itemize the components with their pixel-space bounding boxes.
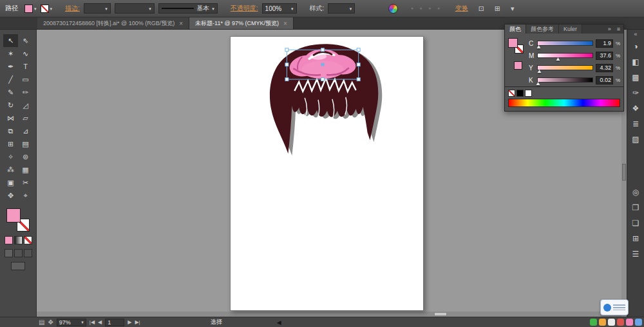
stroke-panel-icon[interactable]: ≣ [627,116,644,132]
blend-tool[interactable]: ⊚ [18,150,33,163]
color-spectrum-bar[interactable] [508,99,620,107]
width-profile-select[interactable]: ▾ [115,3,155,14]
stroke-panel-link[interactable]: 描边: [65,4,80,13]
free-transform-tool[interactable]: ▱ [18,112,33,124]
gradient-tool[interactable]: ▤ [18,137,33,150]
opacity-panel-link[interactable]: 不透明度: [231,4,258,13]
scale-tool[interactable]: ◿ [18,99,33,112]
tray-icon[interactable] [590,319,597,326]
appearance-panel-icon[interactable]: ◎ [627,184,644,200]
fill-swatch[interactable] [6,208,21,223]
selection-handle[interactable] [357,77,360,81]
current-color-chip[interactable] [514,61,522,70]
selection-handle[interactable] [357,63,360,66]
zoom-tool[interactable]: ⌖ [18,189,33,202]
layers-panel-icon[interactable]: ❏ [627,215,644,231]
direct-selection-tool[interactable]: ⇖ [18,34,33,47]
rectangle-tool[interactable]: ▭ [18,73,33,86]
tab-close-button[interactable]: × [283,20,287,27]
line-segment-tool[interactable]: ╱ [3,73,18,86]
recolor-artwork-button[interactable] [388,4,398,14]
slider-thumb[interactable] [536,45,540,48]
channel-slider-track[interactable] [537,77,593,83]
symbols-panel-icon[interactable]: ❖ [627,101,644,116]
ime-toolbar[interactable] [600,299,629,315]
channel-value-input[interactable] [596,52,613,60]
status-pages-icon[interactable]: ▤ [39,319,44,326]
style-select[interactable]: ▾ [328,3,355,14]
pen-tool[interactable]: ✒ [3,60,18,73]
slider-thumb[interactable] [538,70,542,73]
channel-value-input[interactable] [596,64,613,72]
tab-close-button[interactable]: × [179,20,183,27]
zoom-select[interactable]: 97% ▾ [57,319,86,326]
tray-icon[interactable] [608,319,615,326]
width-tool[interactable]: ⋈ [3,112,18,124]
brushes-panel-icon[interactable]: ✑ [627,85,644,101]
perspective-grid-tool[interactable]: ⊿ [18,124,33,137]
shape-builder-tool[interactable]: ⧉ [3,124,18,137]
slice-tool[interactable]: ✂ [18,176,33,189]
selection-handle[interactable] [285,77,289,81]
channel-slider-track[interactable] [537,53,593,58]
fill-color-control[interactable]: ▾ [24,5,37,13]
color-panel-tab[interactable]: 颜色参考 [526,25,559,34]
selection-handle[interactable] [357,48,360,52]
selection-handle[interactable] [321,77,325,81]
artboard-number-input[interactable] [105,319,124,326]
selection-tool[interactable]: ↖ [3,34,18,47]
tray-icon[interactable] [599,319,606,326]
selection-handle[interactable] [285,63,289,66]
pencil-tool[interactable]: ✏ [18,86,33,99]
draw-inside-mode-button[interactable] [24,249,32,257]
control-menu-caret-icon[interactable]: ▾ [511,5,515,12]
black-swatch[interactable] [516,90,524,97]
color-guide-panel-icon[interactable]: ◧ [627,54,644,70]
swatches-panel-icon[interactable]: ▩ [627,70,644,85]
type-tool[interactable]: T [18,60,33,73]
color-panel-tab[interactable]: 颜色 [505,25,526,34]
color-mode-button[interactable] [5,236,13,244]
slider-thumb[interactable] [536,82,540,85]
arrange-documents-icon[interactable]: ⊞ [495,5,500,13]
next-artboard-button[interactable]: ▶ [128,319,131,325]
none-swatch[interactable] [508,90,515,97]
tray-icon[interactable] [635,319,642,326]
graphic-styles-panel-icon[interactable]: ❐ [627,200,644,215]
status-collapse-icon[interactable]: ◀ [277,319,281,326]
white-swatch[interactable] [525,90,532,97]
fill-stroke-widget[interactable] [6,208,30,232]
opacity-input[interactable]: 100% ▾ [262,3,297,14]
first-artboard-button[interactable]: |◀ [90,319,95,325]
brush-definition-select[interactable]: 基本 ▾ [158,3,218,14]
paintbrush-tool[interactable]: ✎ [3,86,18,99]
last-artboard-button[interactable]: ▶| [135,319,140,325]
stroke-weight-select[interactable]: ▾ [84,3,111,14]
column-graph-tool[interactable]: ▦ [18,163,33,176]
transform-link[interactable]: 变换 [455,4,468,13]
gradient-panel-icon[interactable]: ▨ [627,132,644,147]
rotate-tool[interactable]: ↻ [3,99,18,112]
channel-slider-track[interactable] [537,65,593,70]
slider-thumb[interactable] [556,57,560,61]
document-tab[interactable]: 未标题-11* @ 97% (CMYK/预览) × [189,17,294,29]
prev-artboard-button[interactable]: ◀ [98,319,102,325]
magic-wand-tool[interactable]: ✶ [3,47,18,60]
mesh-tool[interactable]: ⊞ [3,137,18,150]
status-hand-icon[interactable]: ✥ [48,319,53,326]
artwork[interactable] [231,37,423,310]
artboard-tool[interactable]: ▣ [3,176,18,189]
align-panel-icon[interactable]: ☰ [627,246,644,262]
hand-tool[interactable]: ✥ [3,189,18,202]
stroke-color-control[interactable]: ▾ [41,5,53,13]
panel-fill-stroke-widget[interactable] [508,38,524,54]
horizontal-scrollbar[interactable] [37,312,621,317]
selection-handle[interactable] [321,48,325,52]
symbol-sprayer-tool[interactable]: ⁂ [3,163,18,176]
draw-normal-mode-button[interactable] [5,249,13,257]
dock-collapse-button[interactable]: « [634,30,637,39]
channel-value-input[interactable] [596,76,613,84]
eyedropper-tool[interactable]: ✧ [3,150,18,163]
isolate-selection-icon[interactable]: ⊡ [478,5,484,13]
panel-fill-swatch[interactable] [508,38,518,48]
